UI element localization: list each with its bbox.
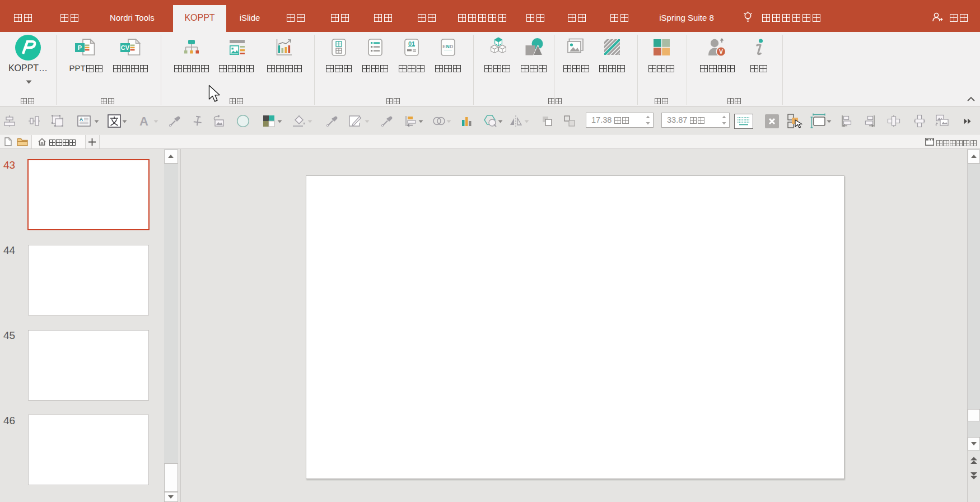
svg-text:END: END bbox=[442, 44, 453, 49]
svg-text:A: A bbox=[139, 115, 148, 127]
svg-text:V: V bbox=[719, 48, 723, 55]
svg-text:A: A bbox=[80, 117, 83, 122]
svg-text:01: 01 bbox=[408, 40, 415, 47]
